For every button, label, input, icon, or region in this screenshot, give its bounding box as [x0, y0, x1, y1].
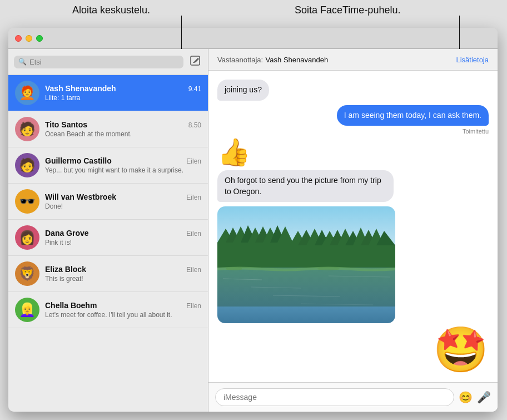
conv-preview-dana: Pink it is!	[45, 239, 201, 246]
message-image-oregon	[217, 206, 395, 323]
conversation-item-dana[interactable]: 👩 Dana Grove Eilen Pink it is!	[8, 220, 208, 256]
conv-time-will: Eilen	[186, 194, 201, 201]
conv-time-chella: Eilen	[186, 302, 201, 310]
conv-preview-tito: Ocean Beach at the moment.	[45, 130, 201, 138]
chat-header: Vastaanottaja: Vash Shenavandeh Lisätiet…	[208, 49, 498, 71]
conv-time-dana: Eilen	[186, 230, 201, 238]
minimize-button[interactable]	[26, 35, 32, 42]
recipient-label: Vastaanottaja:	[217, 56, 263, 64]
conv-info-vash: Vash Shenavandeh 9.41 Liite: 1 tarra	[45, 84, 201, 102]
message-bubble-outgoing-1: I am seeing them today, I can ask them.	[337, 105, 489, 126]
avatar-guillermo: 🧑	[15, 153, 39, 177]
message-input[interactable]	[215, 388, 454, 406]
avatar-chella: 👱‍♀️	[15, 298, 39, 322]
message-bubble-incoming-2: Oh forgot to send you the picture from m…	[217, 170, 394, 202]
conversation-item-will[interactable]: 🕶️ Will van Westbroek Eilen Done!	[8, 184, 208, 220]
conv-info-guillermo: Guillermo Castillo Eilen Yep... but you …	[45, 156, 201, 174]
svg-rect-29	[217, 268, 395, 307]
search-input-wrapper[interactable]: 🔍	[14, 56, 183, 68]
maximize-button[interactable]	[36, 35, 43, 42]
message-status: Toimitettu	[463, 128, 489, 135]
message-memoji: 🤩	[433, 328, 489, 372]
avatar-eliza: 🦁	[15, 261, 39, 286]
messages-area: joining us? I am seeing them today, I ca…	[208, 71, 498, 382]
recipient-name: Vash Shenavandeh	[266, 56, 329, 64]
conv-name-dana: Dana Grove	[45, 229, 89, 238]
conv-name-will: Will van Westbroek	[45, 192, 116, 201]
close-button[interactable]	[15, 35, 22, 42]
message-bubble-incoming-1: joining us?	[217, 80, 269, 101]
conv-name-tito: Tito Santos	[45, 120, 87, 129]
app-window: 🔍 🧑‍🦰 Vash Shenavandeh 9.41 Liite: 1 t	[8, 28, 498, 412]
svg-point-36	[317, 267, 340, 270]
search-bar: 🔍	[8, 49, 208, 75]
conv-time-vash: 9.41	[188, 85, 201, 93]
conv-info-eliza: Eliza Block Eilen This is great!	[45, 265, 201, 283]
conversation-item-vash[interactable]: 🧑‍🦰 Vash Shenavandeh 9.41 Liite: 1 tarra	[8, 75, 208, 111]
content-area: 🔍 🧑‍🦰 Vash Shenavandeh 9.41 Liite: 1 t	[8, 49, 498, 412]
conv-time-tito: 8.50	[188, 121, 201, 129]
chat-panel: Vastaanottaja: Vash Shenavandeh Lisätiet…	[208, 49, 498, 412]
conv-name-vash: Vash Shenavandeh	[45, 84, 116, 93]
svg-rect-15	[295, 245, 395, 270]
conversation-item-tito[interactable]: 🧑 Tito Santos 8.50 Ocean Beach at the mo…	[8, 111, 208, 147]
input-bar: 😊 🎤	[208, 382, 498, 412]
avatar-tito: 🧑	[15, 117, 39, 141]
conv-preview-eliza: This is great!	[45, 275, 201, 283]
avatar-dana: 👩	[15, 225, 39, 250]
conversation-item-eliza[interactable]: 🦁 Eliza Block Eilen This is great!	[8, 256, 208, 292]
search-icon: 🔍	[18, 58, 27, 66]
conversation-item-guillermo[interactable]: 🧑 Guillermo Castillo Eilen Yep... but yo…	[8, 147, 208, 184]
conv-info-dana: Dana Grove Eilen Pink it is!	[45, 229, 201, 246]
conv-info-will: Will van Westbroek Eilen Done!	[45, 192, 201, 210]
compose-button[interactable]	[188, 53, 202, 70]
conv-preview-will: Done!	[45, 202, 201, 210]
conversation-item-chella[interactable]: 👱‍♀️ Chella Boehm Eilen Let's meet for c…	[8, 292, 208, 328]
conv-name-chella: Chella Boehm	[45, 301, 97, 310]
search-input[interactable]	[29, 58, 179, 66]
conv-name-eliza: Eliza Block	[45, 265, 86, 274]
svg-rect-5	[217, 243, 295, 270]
svg-point-35	[226, 267, 242, 270]
microphone-button[interactable]: 🎤	[477, 391, 491, 404]
sidebar: 🔍 🧑‍🦰 Vash Shenavandeh 9.41 Liite: 1 t	[8, 49, 208, 412]
avatar-will: 🕶️	[15, 189, 39, 214]
conv-name-guillermo: Guillermo Castillo	[45, 156, 112, 165]
avatar-vash: 🧑‍🦰	[15, 81, 39, 105]
annotation-start-convo: Aloita keskustelu.	[72, 4, 150, 16]
annotation-facetime: Soita FaceTime-puhelu.	[295, 4, 400, 16]
traffic-lights	[15, 35, 43, 42]
recipient-row: Vastaanottaja: Vash Shenavandeh	[217, 55, 328, 65]
conv-time-guillermo: Eilen	[186, 157, 201, 165]
message-emoji-thumbsup: 👍	[217, 139, 251, 166]
conv-info-tito: Tito Santos 8.50 Ocean Beach at the mome…	[45, 120, 201, 138]
conv-time-eliza: Eilen	[186, 266, 201, 274]
conversations-list: 🧑‍🦰 Vash Shenavandeh 9.41 Liite: 1 tarra…	[8, 75, 208, 412]
details-button[interactable]: Lisätietoja	[456, 56, 489, 64]
compose-icon	[190, 56, 200, 66]
conv-info-chella: Chella Boehm Eilen Let's meet for coffee…	[45, 301, 201, 319]
emoji-button[interactable]: 😊	[459, 391, 473, 404]
oregon-lake-svg	[217, 206, 395, 323]
conv-preview-vash: Liite: 1 tarra	[45, 94, 201, 102]
title-bar	[8, 28, 498, 49]
conv-preview-guillermo: Yep... but you might want to make it a s…	[45, 166, 201, 174]
conv-preview-chella: Let's meet for coffee. I'll tell you all…	[45, 311, 201, 319]
